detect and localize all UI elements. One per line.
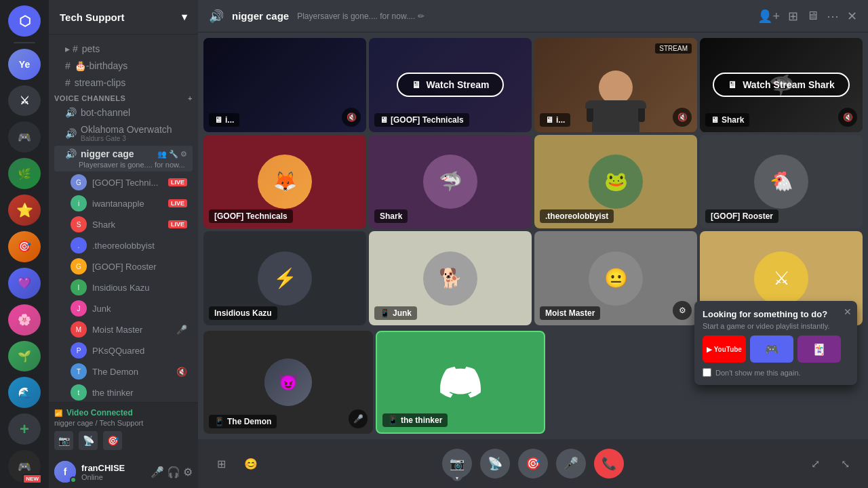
voice-icon-bot: 🔊 <box>65 107 77 118</box>
popout-btn[interactable]: ⤢ <box>803 451 827 476</box>
voice-activity-btn[interactable]: 🎯 <box>103 431 122 450</box>
headset-toggle-btn[interactable]: 🎧 <box>167 466 180 479</box>
channel-item-active[interactable]: 🔊 nigger cage 👥 🔧 ⚙ Playersaver is gone.… <box>54 146 193 171</box>
voice-user-pks[interactable]: P PKsQQuared <box>54 340 193 361</box>
voice-user-technicals[interactable]: G [GOOF] Techni... LIVE <box>54 172 193 192</box>
popup-subtitle: Start a game or video playlist instantly… <box>703 322 849 330</box>
avatar-theoreo: . <box>71 237 87 253</box>
current-user-section: f franCHISE Online 🎤 🎧 ⚙ <box>49 455 198 488</box>
grid-layout-icon[interactable]: ⊞ <box>788 9 798 24</box>
screen-icon[interactable]: 🖥 <box>806 9 818 24</box>
popup-close-btn[interactable]: ✕ <box>844 306 852 317</box>
avatar-rooster: G <box>71 258 87 274</box>
edit-desc-btn[interactable]: ✏ <box>418 12 425 21</box>
video-tile-1: 🖥 Watch Stream 🖥 i... 🔇 <box>203 38 366 132</box>
server-icon-5[interactable]: ⭐ <box>8 195 41 226</box>
voice-user-junk[interactable]: J Junk <box>54 298 193 319</box>
live-badge-iwantanapple: LIVE <box>168 199 187 207</box>
channel-active-icons: 👥 🔧 ⚙ <box>157 150 187 159</box>
popup-game2[interactable]: 🃏 <box>797 336 841 363</box>
channel-item-pets[interactable]: ▸ # pets <box>54 41 193 57</box>
voice-connected-label: Video Connected <box>66 408 133 418</box>
add-voice-channel-icon[interactable]: + <box>188 94 193 102</box>
phone-icon-10: 📱 <box>380 308 390 318</box>
add-server-button[interactable]: + <box>8 413 41 445</box>
server-icon-8[interactable]: 🌸 <box>8 304 41 336</box>
server-header[interactable]: Tech Support ▾ <box>49 0 198 35</box>
mic-icon: 🎤 <box>564 456 578 471</box>
activities-btn[interactable]: 🎯 <box>518 449 548 479</box>
add-friend-icon[interactable]: 👤+ <box>757 9 780 24</box>
avatar-tile-8: 🐔 <box>754 155 808 209</box>
voice-connected-status: 📶 Video Connected <box>54 408 193 418</box>
call-controls-center: 📷 ▾ 📡 🎯 🎤 📞 <box>442 449 624 479</box>
mute-btn-3[interactable]: 🔇 <box>673 108 692 127</box>
video-tile-11: 😐 Moist Master ⚙ <box>534 231 697 325</box>
video-tile-6: 🦈 Shark <box>369 135 532 229</box>
voice-user-demon[interactable]: T The Demon 🔇 <box>54 361 193 382</box>
camera-btn[interactable]: 📷 ▾ <box>442 449 472 479</box>
mute-btn-11[interactable]: ⚙ <box>673 301 692 320</box>
current-user-info: franCHISE Online <box>81 463 145 481</box>
voice-user-shark[interactable]: S Shark LIVE <box>54 214 193 235</box>
server-icon-home[interactable]: ⬡ <box>8 5 41 37</box>
fullscreen-btn[interactable]: ⤡ <box>833 451 857 476</box>
voice-share-btn[interactable]: 📡 <box>79 431 98 450</box>
popup-youtube[interactable]: ▶ YouTube <box>703 336 746 363</box>
channel-item-oklahoma[interactable]: 🔊 Oklahoma Overwatch Baldurs Gate 3 <box>54 121 193 145</box>
emoji-btn[interactable]: 😊 <box>239 451 263 476</box>
channel-item-streamclips[interactable]: # stream-clips <box>54 75 193 91</box>
mute-demon[interactable]: 🎤 <box>349 409 368 428</box>
share-screen-btn[interactable]: 📡 <box>480 449 510 479</box>
server-icon-6[interactable]: 🎯 <box>8 231 41 262</box>
server-icon-2[interactable]: ⚔ <box>8 85 41 117</box>
voice-user-rooster[interactable]: G [GOOF] Rooster <box>54 256 193 277</box>
voice-connected-channel: nigger cage / Tech Support <box>54 419 193 427</box>
channel-name-active: nigger cage <box>81 148 134 159</box>
avatar-tile-11: 😐 <box>589 251 643 306</box>
server-icon-7[interactable]: 💜 <box>8 268 41 299</box>
current-user-name: franCHISE <box>81 463 145 473</box>
popup-checkbox-input[interactable] <box>703 368 711 377</box>
mic-btn[interactable]: 🎤 <box>556 449 586 479</box>
username-demon: The Demon <box>92 367 138 377</box>
popup-game1[interactable]: 🎮 <box>750 336 793 363</box>
mute-btn-4[interactable]: 🔇 <box>838 108 857 127</box>
voice-channels-category[interactable]: VOICE CHANNELS + <box>49 92 198 104</box>
video-grid-main: 🖥 Watch Stream 🖥 i... 🔇 🖥 Watch Stream 🖥 <box>198 33 868 439</box>
channel-header-desc: Playersaver is gone.... for now.... ✏ <box>297 12 749 21</box>
hash-icon-birthdays: # <box>65 60 71 71</box>
mute-btn-1[interactable]: 🔇 <box>342 108 361 127</box>
voice-camera-btn[interactable]: 📷 <box>54 431 73 450</box>
server-icon-4[interactable]: 🌿 <box>8 158 41 189</box>
watch-stream-btn-4[interactable]: 🖥 Watch Stream Shark <box>713 73 850 97</box>
channel-subtitle-oklahoma: Baldurs Gate 3 <box>81 135 172 142</box>
popup-checkbox-label[interactable]: Don't show me this again. <box>703 368 849 377</box>
voice-user-iwantanapple[interactable]: i iwantanapple LIVE <box>54 193 193 214</box>
bottom-row: 😈 📱 The Demon 🎤 📱 <box>198 331 868 439</box>
server-icon-9[interactable]: 🌱 <box>8 341 41 372</box>
video-tile-2: 🖥 Watch Stream 🖥 [GOOF] Technicals <box>369 38 532 132</box>
server-icon-10[interactable]: 🌊 <box>8 377 41 408</box>
server-icon-3[interactable]: 🎮 <box>8 121 41 152</box>
voice-user-insidious[interactable]: I Insidious Kazu <box>54 277 193 298</box>
mic-toggle-btn[interactable]: 🎤 <box>151 466 164 479</box>
more-options-icon[interactable]: ⋯ <box>827 9 839 24</box>
server-icon-games[interactable]: 🎮 NEW <box>8 450 41 483</box>
voice-user-theoreo[interactable]: . .theoreolobbyist <box>54 235 193 256</box>
channel-item-birthdays[interactable]: # 🎂-birthdays <box>54 58 193 74</box>
grid-view-btn[interactable]: ⊞ <box>209 451 233 476</box>
hangup-btn[interactable]: 📞 <box>594 449 624 479</box>
call-controls: ⊞ 😊 📷 ▾ 📡 🎯 🎤 📞 ⤢ ⤡ <box>198 439 868 488</box>
close-panel-icon[interactable]: ✕ <box>847 9 857 24</box>
channel-type-icon: 🔊 <box>209 9 224 24</box>
server-icon-1[interactable]: Ye <box>8 49 41 80</box>
watch-stream-btn-2[interactable]: 🖥 Watch Stream <box>397 73 505 97</box>
voice-user-thinker[interactable]: t the thinker <box>54 382 193 402</box>
settings-btn[interactable]: ⚙ <box>183 466 193 479</box>
thinker-name: the thinker <box>401 415 442 425</box>
voice-user-moist[interactable]: M Moist Master 🎤 <box>54 319 193 340</box>
voice-icon-active: 🔊 <box>65 148 77 159</box>
channel-item-bot[interactable]: 🔊 bot-channel <box>54 104 193 121</box>
avatar-tile-7: 🐸 <box>589 155 643 209</box>
